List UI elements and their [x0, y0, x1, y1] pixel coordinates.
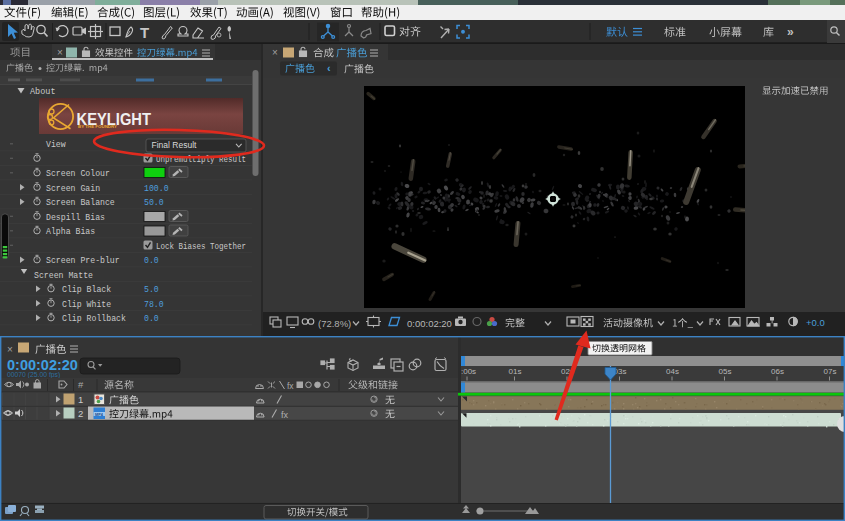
svg-text:Screen Balance: Screen Balance — [46, 198, 115, 207]
svg-text:T: T — [140, 24, 149, 41]
svg-text:Alpha Bias: Alpha Bias — [46, 227, 95, 236]
svg-text:»: » — [787, 25, 794, 39]
svg-text:Clip Rollback: Clip Rollback — [62, 314, 126, 323]
svg-text:1: 1 — [78, 394, 83, 405]
svg-text:Screen Pre-blur: Screen Pre-blur — [46, 256, 120, 265]
svg-text:‹: ‹ — [327, 62, 331, 74]
svg-text:Clip White: Clip White — [62, 300, 111, 309]
svg-text:About: About — [30, 87, 56, 97]
svg-text:50.0: 50.0 — [144, 198, 164, 207]
svg-text:04s: 04s — [666, 367, 679, 376]
svg-text:Lock Biases Together: Lock Biases Together — [156, 242, 246, 251]
svg-text:View: View — [46, 140, 66, 149]
svg-text:Screen Matte: Screen Matte — [34, 271, 93, 280]
svg-text:#: # — [78, 379, 84, 390]
svg-text:fx: fx — [281, 410, 289, 420]
svg-text:fx: fx — [287, 381, 294, 391]
svg-text:Final Result: Final Result — [152, 140, 198, 150]
svg-text:05s: 05s — [719, 367, 732, 376]
svg-text:78.0: 78.0 — [144, 300, 164, 309]
svg-text:5.0: 5.0 — [144, 285, 159, 294]
svg-text::00s: :00s — [461, 367, 476, 376]
svg-text:×: × — [272, 47, 278, 58]
svg-text:(72.8%): (72.8%) — [318, 318, 351, 329]
svg-text:Screen Colour: Screen Colour — [46, 169, 110, 178]
svg-text:01s: 01s — [509, 367, 522, 376]
svg-text:Despill Bias: Despill Bias — [46, 213, 105, 222]
svg-text:0:00:02:20: 0:00:02:20 — [407, 318, 452, 329]
svg-text:0.0: 0.0 — [144, 256, 159, 265]
svg-text:100.0: 100.0 — [144, 184, 169, 193]
svg-text:Clip Black: Clip Black — [62, 285, 111, 294]
svg-text:MP4: MP4 — [95, 413, 104, 417]
svg-text:0.0: 0.0 — [144, 314, 159, 323]
svg-text:07s: 07s — [824, 367, 837, 376]
svg-text:06s: 06s — [771, 367, 784, 376]
svg-text:2: 2 — [78, 408, 83, 419]
svg-text:+0.0: +0.0 — [806, 317, 825, 328]
svg-text:×: × — [7, 344, 13, 355]
svg-text:×: × — [57, 47, 63, 58]
svg-text:BY THE FOUNDRY: BY THE FOUNDRY — [78, 124, 117, 129]
svg-text:Screen Gain: Screen Gain — [46, 184, 100, 193]
